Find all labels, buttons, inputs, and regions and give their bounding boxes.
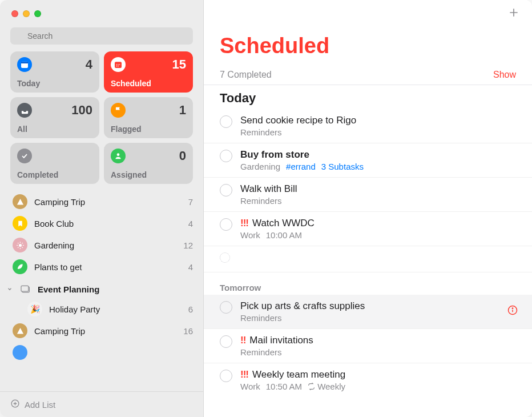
close-button[interactable] [11,10,18,17]
svg-point-5 [116,64,118,65]
list-item[interactable]: Gardening 12 [6,234,198,256]
reminder-list-name: Gardening [240,162,280,171]
svg-point-8 [116,66,118,67]
reminder-title: Buy from store [240,149,516,161]
smart-list-label: Today [17,79,92,88]
svg-line-19 [22,243,22,243]
svg-point-9 [118,66,119,67]
svg-point-11 [19,244,22,247]
svg-point-6 [118,64,119,65]
svg-point-10 [117,153,120,156]
repeat-icon [308,383,315,390]
list-name: Camping Trip [34,197,182,207]
section-header-today: Today [204,85,532,109]
search-input[interactable] [10,27,193,45]
complete-checkbox[interactable] [220,115,232,128]
list-item[interactable]: 🎉 Holiday Party 6 [6,298,198,320]
reminder-time: 10:50 AM [266,382,302,391]
list-item[interactable]: Camping Trip 7 [6,191,198,212]
smart-list-assigned[interactable]: 0 Assigned [104,143,193,184]
smart-list-all[interactable]: 100 All [10,97,99,138]
svg-point-7 [119,64,120,65]
smart-list-count: 15 [172,57,186,72]
checkmark-icon [17,149,32,163]
smart-list-scheduled[interactable]: 15 Scheduled [104,51,193,93]
complete-checkbox[interactable] [220,184,232,197]
show-completed-button[interactable]: Show [493,70,516,80]
section-header-tomorrow: Tomorrow [204,272,532,295]
reminder-title: !!! Watch WWDC [240,218,516,229]
folder-icon [18,283,33,295]
list-name: Book Club [34,219,182,228]
list-item[interactable] [6,342,198,363]
svg-rect-3 [21,62,28,63]
complete-checkbox[interactable] [220,335,232,348]
folder-event-planning[interactable]: Event Planning [6,278,198,298]
smart-list-label: Flagged [111,125,186,134]
info-icon[interactable] [507,304,518,318]
completed-summary: 7 Completed [220,70,272,80]
page-title: Scheduled [220,34,516,58]
reminder-list-name: Reminders [240,127,282,137]
reminder-title: Pick up arts & crafts supplies [240,300,516,312]
folder-name: Event Planning [38,284,99,294]
calendar-today-icon [17,57,32,72]
add-list-label: Add List [25,400,55,410]
reminder-item[interactable]: !! Mail invitations Reminders [204,329,532,363]
list-count: 16 [183,326,193,336]
reminder-title: !!! Weekly team meeting [240,369,516,380]
complete-checkbox[interactable] [220,301,232,314]
reminder-time: 10:00 AM [266,230,302,240]
smart-list-completed[interactable]: Completed [10,143,99,184]
subtasks-link[interactable]: 3 Subtasks [321,162,364,171]
reminder-list-name: Reminders [240,313,282,323]
priority-indicator: !! [240,335,245,346]
calendar-icon [111,57,126,72]
complete-checkbox[interactable] [220,218,232,231]
list-icon-partial [13,345,27,360]
list-item[interactable]: Camping Trip 16 [6,320,198,342]
smart-list-count: 4 [86,57,92,72]
list-name: Holiday Party [49,304,182,314]
reminder-item[interactable]: Send cookie recipe to Rigo Reminders [204,109,532,143]
smart-list-today[interactable]: 4 Today [10,51,99,93]
complete-checkbox[interactable] [220,370,232,382]
add-reminder-button[interactable] [508,7,519,21]
list-count: 6 [188,304,193,314]
reminder-item[interactable]: Buy from store Gardening #errand 3 Subta… [204,143,532,178]
list-count: 4 [188,262,193,272]
bookmark-icon [13,216,27,231]
add-list-button[interactable]: Add List [0,391,203,417]
complete-checkbox[interactable] [220,150,232,162]
tent-icon [13,323,27,338]
list-name: Gardening [34,240,176,250]
reminder-item[interactable]: Walk with Bill Reminders [204,178,532,212]
smart-list-label: Completed [17,170,92,179]
reminder-item[interactable]: Pick up arts & crafts supplies Reminders [204,295,532,329]
reminder-tag[interactable]: #errand [286,162,316,171]
list-count: 4 [188,219,193,228]
list-name: Plants to get [34,262,182,272]
reminder-item[interactable]: !!! Weekly team meeting Work 10:50 AM We… [204,363,532,397]
smart-list-count: 1 [179,103,186,118]
list-item[interactable]: Plants to get 4 [6,256,198,278]
reminder-title: Send cookie recipe to Rigo [240,115,516,126]
new-reminder-placeholder[interactable] [204,246,532,272]
reminder-list-name: Reminders [240,196,282,206]
party-icon: 🎉 [27,302,42,316]
chevron-down-icon [6,286,14,292]
list-item[interactable]: Book Club 4 [6,212,198,234]
smart-list-flagged[interactable]: 1 Flagged [104,97,193,138]
flag-icon [111,103,126,118]
leaf-icon [13,259,27,274]
minimize-button[interactable] [23,10,30,17]
smart-list-count: 0 [179,149,186,163]
smart-list-label: Scheduled [111,79,186,88]
reminder-item[interactable]: !!! Watch WWDC Work 10:00 AM [204,212,532,246]
sidebar: 4 Today 15 Scheduled 100 All [0,0,204,417]
svg-line-17 [22,247,22,247]
maximize-button[interactable] [34,10,41,17]
svg-line-18 [18,247,18,247]
list-count: 12 [183,240,193,250]
lists-container: Camping Trip 7 Book Club 4 Gardening 12 … [0,191,203,391]
